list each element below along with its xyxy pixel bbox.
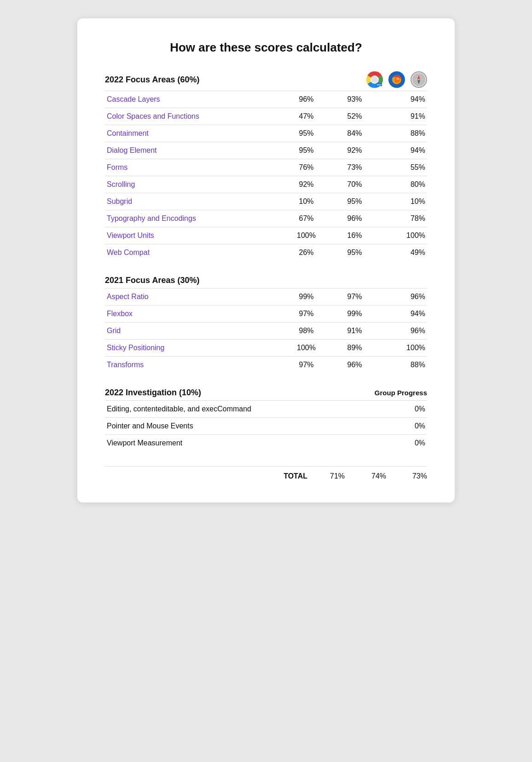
score-chrome: 47%: [282, 108, 330, 125]
table-row: Scrolling 92% 70% 80%: [105, 176, 427, 193]
score-chrome: 92%: [282, 176, 330, 193]
table-2022-inv: Editing, contenteditable, and execComman…: [105, 400, 427, 451]
score-chrome: 97%: [282, 306, 330, 323]
score-firefox: 97%: [330, 289, 379, 306]
table-row: Containment 95% 84% 88%: [105, 125, 427, 142]
browser-icons: DEV: [366, 71, 427, 88]
total-score-2: 74%: [358, 472, 399, 480]
table-row: Dialog Element 95% 92% 94%: [105, 142, 427, 159]
section-2022-inv: 2022 Investigation (10%) Group Progress …: [105, 388, 427, 451]
table-row: Typography and Encodings 67% 96% 78%: [105, 210, 427, 227]
score-safari: 94%: [379, 142, 427, 159]
safari-icon: [411, 71, 427, 88]
feature-name: Viewport Measurement: [105, 435, 358, 452]
table-2021-focus: Aspect Ratio 99% 97% 96% Flexbox 97% 99%…: [105, 288, 427, 373]
table-row: Sticky Positioning 100% 89% 100%: [105, 340, 427, 357]
feature-name[interactable]: Color Spaces and Functions: [105, 108, 282, 125]
feature-name[interactable]: Cascade Layers: [105, 91, 282, 108]
score-chrome: 100%: [282, 340, 330, 357]
score-chrome: 67%: [282, 210, 330, 227]
score-firefox: 93%: [330, 91, 379, 108]
feature-name[interactable]: Flexbox: [105, 306, 282, 323]
feature-name[interactable]: Viewport Units: [105, 227, 282, 244]
table-row: Pointer and Mouse Events 0%: [105, 418, 427, 435]
score-safari: 94%: [379, 306, 427, 323]
score-safari: 88%: [379, 357, 427, 374]
score-group: 0%: [358, 418, 427, 435]
score-firefox: 95%: [330, 193, 379, 210]
score-safari: 94%: [379, 91, 427, 108]
score-firefox: 96%: [330, 357, 379, 374]
score-group: 0%: [358, 401, 427, 418]
score-group: 0%: [358, 435, 427, 452]
firefox-icon: [388, 71, 405, 88]
feature-name[interactable]: Dialog Element: [105, 142, 282, 159]
score-safari: 78%: [379, 210, 427, 227]
score-firefox: 99%: [330, 306, 379, 323]
main-card: How are these scores calculated? 2022 Fo…: [77, 18, 455, 502]
section-2021-header: 2021 Focus Areas (30%): [105, 276, 427, 288]
total-score-3: 73%: [399, 472, 427, 480]
table-row: Editing, contenteditable, and execComman…: [105, 401, 427, 418]
score-chrome: 98%: [282, 323, 330, 340]
total-row: TOTAL 71% 74% 73%: [105, 466, 427, 480]
feature-name[interactable]: Typography and Encodings: [105, 210, 282, 227]
section-2022-inv-header: 2022 Investigation (10%) Group Progress: [105, 388, 427, 400]
table-row: Web Compat 26% 95% 49%: [105, 244, 427, 261]
feature-name[interactable]: Transforms: [105, 357, 282, 374]
score-safari: 80%: [379, 176, 427, 193]
total-label: TOTAL: [105, 472, 317, 480]
feature-name[interactable]: Aspect Ratio: [105, 289, 282, 306]
score-chrome: 26%: [282, 244, 330, 261]
table-row: Flexbox 97% 99% 94%: [105, 306, 427, 323]
table-row: Viewport Measurement 0%: [105, 435, 427, 452]
section-2022-focus: 2022 Focus Areas (60%) DEV: [105, 71, 427, 261]
section-2021-title: 2021 Focus Areas (30%): [105, 276, 199, 285]
table-row: Transforms 97% 96% 88%: [105, 357, 427, 374]
score-firefox: 91%: [330, 323, 379, 340]
score-chrome: 96%: [282, 91, 330, 108]
score-firefox: 70%: [330, 176, 379, 193]
page-title: How are these scores calculated?: [105, 40, 427, 55]
section-2022-header: 2022 Focus Areas (60%) DEV: [105, 71, 427, 91]
score-safari: 49%: [379, 244, 427, 261]
section-2022-title: 2022 Focus Areas (60%): [105, 75, 199, 85]
score-firefox: 73%: [330, 159, 379, 176]
table-row: Aspect Ratio 99% 97% 96%: [105, 289, 427, 306]
score-chrome: 100%: [282, 227, 330, 244]
feature-name[interactable]: Web Compat: [105, 244, 282, 261]
score-safari: 96%: [379, 289, 427, 306]
feature-name[interactable]: Sticky Positioning: [105, 340, 282, 357]
score-firefox: 96%: [330, 210, 379, 227]
table-row: Viewport Units 100% 16% 100%: [105, 227, 427, 244]
feature-name[interactable]: Grid: [105, 323, 282, 340]
score-firefox: 89%: [330, 340, 379, 357]
score-safari: 96%: [379, 323, 427, 340]
feature-name[interactable]: Containment: [105, 125, 282, 142]
section-2022-inv-title: 2022 Investigation (10%): [105, 388, 201, 398]
score-chrome: 76%: [282, 159, 330, 176]
chrome-dev-icon: DEV: [366, 71, 383, 88]
score-chrome: 95%: [282, 125, 330, 142]
group-progress-label: Group Progress: [375, 389, 427, 397]
score-chrome: 97%: [282, 357, 330, 374]
score-safari: 55%: [379, 159, 427, 176]
score-firefox: 95%: [330, 244, 379, 261]
feature-name[interactable]: Scrolling: [105, 176, 282, 193]
score-firefox: 16%: [330, 227, 379, 244]
svg-point-2: [371, 76, 378, 83]
score-chrome: 10%: [282, 193, 330, 210]
feature-name[interactable]: Subgrid: [105, 193, 282, 210]
table-row: Color Spaces and Functions 47% 52% 91%: [105, 108, 427, 125]
feature-name[interactable]: Forms: [105, 159, 282, 176]
score-safari: 91%: [379, 108, 427, 125]
score-chrome: 99%: [282, 289, 330, 306]
score-firefox: 52%: [330, 108, 379, 125]
table-row: Grid 98% 91% 96%: [105, 323, 427, 340]
svg-text:DEV: DEV: [377, 83, 382, 86]
feature-name: Pointer and Mouse Events: [105, 418, 358, 435]
section-2021-focus: 2021 Focus Areas (30%) Aspect Ratio 99% …: [105, 276, 427, 373]
table-row: Forms 76% 73% 55%: [105, 159, 427, 176]
feature-name: Editing, contenteditable, and execComman…: [105, 401, 358, 418]
score-safari: 100%: [379, 340, 427, 357]
